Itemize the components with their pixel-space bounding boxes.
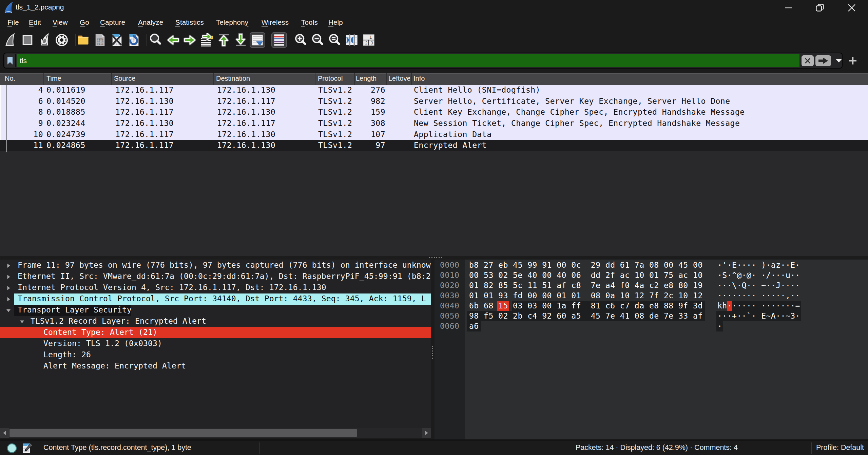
- status-profile[interactable]: Profile: Default: [816, 443, 864, 452]
- close-file-button[interactable]: 010101100111: [109, 32, 125, 48]
- menu-edit[interactable]: Edit: [29, 18, 41, 26]
- expander-expanded-icon[interactable]: [19, 319, 25, 324]
- scroll-left-button[interactable]: [0, 428, 9, 438]
- column-separator[interactable]: [386, 73, 387, 85]
- save-file-button[interactable]: 010101100111: [92, 32, 108, 48]
- go-forward-button[interactable]: [182, 32, 198, 48]
- hex-row-0040[interactable]: 00406b 68 15 03 03 00 1a ff81 c6 c7 da e…: [435, 301, 868, 311]
- splitter-handle-dots: [429, 257, 442, 258]
- hex-row-0030[interactable]: 003001 01 93 fd 00 00 01 0108 0a 10 12 7…: [435, 291, 868, 301]
- packet-row-6[interactable]: 60.014520172.16.1.130172.16.1.117TLSv1.2…: [0, 96, 868, 107]
- open-file-button[interactable]: [75, 32, 91, 48]
- detail-row[interactable]: Transport Layer Security: [0, 305, 431, 316]
- filter-apply-button[interactable]: [815, 55, 831, 66]
- menu-go[interactable]: Go: [80, 18, 89, 26]
- column-separator[interactable]: [354, 73, 355, 85]
- hex-row-0010[interactable]: 001000 53 02 5e 40 00 40 06dd 2f ac 10 0…: [435, 270, 868, 281]
- scrollbar-thumb[interactable]: [9, 429, 357, 437]
- column-header-info[interactable]: Info: [413, 75, 425, 82]
- detail-row[interactable]: Frame 11: 97 bytes on wire (776 bits), 9…: [0, 260, 431, 271]
- menu-telephony[interactable]: Telephony: [216, 18, 248, 26]
- detail-row[interactable]: TLSv1.2 Record Layer: Encrypted Alert: [0, 316, 431, 327]
- column-separator[interactable]: [111, 73, 112, 85]
- menu-analyze[interactable]: Analyze: [138, 18, 163, 26]
- find-packet-button[interactable]: [148, 32, 163, 48]
- detail-row[interactable]: Length: 26: [0, 349, 431, 361]
- menu-file[interactable]: File: [7, 18, 19, 26]
- details-horizontal-scrollbar[interactable]: [0, 428, 431, 438]
- go-to-packet-button[interactable]: [199, 32, 215, 48]
- column-separator[interactable]: [315, 73, 315, 85]
- detail-text: Internet Protocol Version 4, Src: 172.16…: [18, 283, 326, 292]
- filter-clear-button[interactable]: [802, 55, 814, 66]
- hex-row-0060[interactable]: 0060a6·: [435, 321, 868, 331]
- go-first-button[interactable]: [216, 32, 232, 48]
- expander-collapsed-icon[interactable]: [6, 297, 11, 302]
- capture-comments-icon[interactable]: 010 0110: [22, 443, 32, 454]
- packet-row-9[interactable]: 90.023244172.16.1.130172.16.1.117TLSv1.2…: [0, 118, 868, 129]
- detail-row[interactable]: Transmission Control Protocol, Src Port:…: [0, 293, 431, 305]
- filter-add-button[interactable]: [846, 54, 860, 68]
- packet-details-pane: Frame 11: 97 bytes on wire (776 bits), 9…: [0, 260, 431, 428]
- minimize-button[interactable]: [777, 0, 800, 16]
- expert-info-icon[interactable]: [7, 443, 17, 453]
- restore-button[interactable]: [809, 0, 831, 16]
- go-back-button[interactable]: [165, 32, 181, 48]
- display-filter-input[interactable]: tls: [17, 54, 799, 67]
- menu-wireless[interactable]: Wireless: [262, 18, 289, 26]
- zoom-normal-button[interactable]: [327, 32, 343, 48]
- menu-tools[interactable]: Tools: [301, 18, 318, 26]
- colorize-button[interactable]: [271, 32, 287, 48]
- expander-expanded-icon[interactable]: [6, 308, 11, 313]
- column-separator[interactable]: [213, 73, 214, 85]
- zoom-in-button[interactable]: [293, 32, 309, 48]
- filter-bookmark-button[interactable]: [5, 54, 16, 67]
- column-header-destination[interactable]: Destination: [216, 75, 250, 82]
- packet-list-header[interactable]: No.TimeSourceDestinationProtocolLengthLe…: [0, 73, 868, 85]
- menu-view[interactable]: View: [53, 18, 68, 26]
- column-header-leftover[interactable]: Leftover: [388, 75, 410, 82]
- packet-row-8[interactable]: 80.018885172.16.1.117172.16.1.130TLSv1.2…: [0, 107, 868, 118]
- scroll-right-button[interactable]: [422, 428, 431, 438]
- column-header-length[interactable]: Length: [356, 75, 377, 82]
- column-separator[interactable]: [43, 73, 44, 85]
- detail-row[interactable]: Version: TLS 1.2 (0x0303): [0, 338, 431, 349]
- menu-help[interactable]: Help: [328, 18, 343, 26]
- pane-splitter-horizontal[interactable]: [0, 256, 868, 260]
- start-capture-button[interactable]: [3, 32, 19, 48]
- auto-scroll-button[interactable]: [250, 32, 265, 48]
- detail-row[interactable]: Content Type: Alert (21): [0, 327, 431, 338]
- resize-columns-button[interactable]: [344, 32, 360, 48]
- restart-capture-button[interactable]: [37, 32, 52, 48]
- hex-bytes-group2: 45 7e 41 08 de 7e 33 af: [591, 311, 703, 320]
- column-header-no[interactable]: No.: [5, 75, 15, 82]
- detail-row[interactable]: Ethernet II, Src: VMware_dd:61:7a (00:0c…: [0, 271, 431, 282]
- packet-row-11[interactable]: 110.024865172.16.1.117172.16.1.130TLSv1.…: [0, 140, 868, 151]
- filter-dropdown-button[interactable]: [834, 55, 844, 66]
- reload-file-button[interactable]: 010101100111: [126, 32, 142, 48]
- column-header-protocol[interactable]: Protocol: [318, 75, 343, 82]
- hex-row-0000[interactable]: 0000b8 27 eb 45 99 91 00 0c29 dd 61 7a 0…: [435, 260, 868, 270]
- hex-bytes-group2: 08 0a 10 12 7f 2c 10 12: [591, 291, 703, 300]
- stop-capture-button[interactable]: [20, 32, 35, 48]
- zoom-out-button[interactable]: [310, 32, 326, 48]
- hex-row-0050[interactable]: 005098 f5 02 2b c4 92 60 a545 7e 41 08 d…: [435, 311, 868, 321]
- column-separator[interactable]: [411, 73, 412, 85]
- hex-row-0020[interactable]: 002001 82 85 5c 11 51 af c87e a4 f0 4a c…: [435, 281, 868, 291]
- menu-capture[interactable]: Capture: [100, 18, 125, 26]
- expander-collapsed-icon[interactable]: [6, 263, 11, 268]
- column-header-time[interactable]: Time: [46, 75, 61, 82]
- expander-collapsed-icon[interactable]: [6, 285, 11, 291]
- detail-row[interactable]: Alert Message: Encrypted Alert: [0, 361, 431, 372]
- expander-collapsed-icon[interactable]: [6, 274, 11, 280]
- layout-123-button[interactable]: 123: [361, 32, 377, 48]
- packet-row-4[interactable]: 40.011619172.16.1.117172.16.1.130TLSv1.2…: [0, 85, 868, 96]
- pane-splitter-vertical[interactable]: [432, 346, 433, 359]
- detail-row[interactable]: Internet Protocol Version 4, Src: 172.16…: [0, 282, 431, 293]
- column-header-source[interactable]: Source: [114, 75, 135, 82]
- close-button[interactable]: [841, 0, 863, 16]
- go-last-button[interactable]: [233, 32, 249, 48]
- capture-options-button[interactable]: [54, 32, 70, 48]
- menu-statistics[interactable]: Statistics: [175, 18, 204, 26]
- packet-row-10[interactable]: 100.024739172.16.1.117172.16.1.130TLSv1.…: [0, 129, 868, 140]
